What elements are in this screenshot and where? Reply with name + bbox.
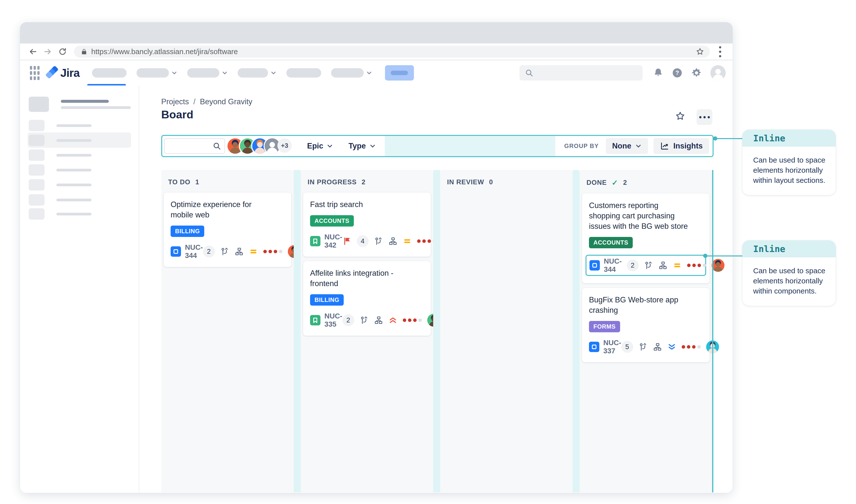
- card-label[interactable]: ACCOUNTS: [589, 237, 633, 248]
- insights-button[interactable]: Insights: [653, 138, 709, 154]
- board-search-input[interactable]: [164, 138, 225, 154]
- board-card[interactable]: Fast trip search ACCOUNTS NUC-342 4: [303, 193, 431, 257]
- favorite-star-icon[interactable]: [675, 111, 686, 122]
- inline-column-gap: [573, 170, 580, 492]
- inline-column-gap: [294, 170, 301, 492]
- group-by-dropdown[interactable]: None: [606, 138, 648, 154]
- epic-filter-dropdown[interactable]: Epic: [307, 142, 333, 150]
- card-label[interactable]: ACCOUNTS: [310, 215, 354, 227]
- notifications-bell-icon[interactable]: [653, 68, 663, 78]
- breadcrumb-project-name-link[interactable]: Beyond Gravity: [200, 97, 252, 106]
- inline-space-highlight: [385, 136, 556, 156]
- nav-item-3[interactable]: [187, 68, 228, 77]
- sidebar-item[interactable]: [29, 149, 91, 161]
- card-label[interactable]: BILLING: [310, 294, 344, 306]
- column-name: DONE: [587, 179, 607, 186]
- column-todo: TO DO 1 Optimize experience formobile we…: [161, 170, 294, 492]
- issue-key[interactable]: NUC-335: [325, 312, 343, 328]
- column-name: IN PROGRESS: [308, 178, 357, 186]
- forward-button[interactable]: [41, 45, 54, 58]
- board-main: Projects / Beyond Gravity Board +3: [139, 86, 733, 493]
- board-card[interactable]: Optimize experience formobile web BILLIN…: [164, 193, 291, 267]
- sidebar-item[interactable]: [29, 164, 91, 176]
- issue-key[interactable]: NUC-337: [603, 339, 621, 355]
- nav-item-2[interactable]: [137, 68, 177, 77]
- board-card[interactable]: Customers reportingshopping cart purchas…: [582, 194, 710, 283]
- card-title: Affelite links integration -frontend: [310, 268, 424, 289]
- settings-gear-icon[interactable]: [691, 68, 702, 78]
- task-type-icon: [590, 260, 600, 271]
- card-title: Optimize experience formobile web: [171, 199, 284, 220]
- card-assignee-avatar[interactable]: [712, 259, 724, 272]
- chevron-down-icon: [369, 143, 376, 149]
- navbar-search-input[interactable]: [520, 65, 643, 80]
- nav-item-1-active[interactable]: [92, 68, 127, 77]
- more-assignees-button[interactable]: +3: [277, 138, 292, 153]
- hierarchy-icon: [388, 237, 397, 246]
- user-avatar[interactable]: [710, 65, 726, 80]
- sidebar-icon-placeholder: [29, 120, 45, 131]
- issue-key[interactable]: NUC-344: [604, 257, 622, 273]
- nav-item-5[interactable]: [286, 68, 321, 77]
- column-header: DONE ✓ 2: [582, 178, 710, 194]
- reload-button[interactable]: [56, 45, 69, 58]
- hierarchy-icon: [659, 261, 667, 270]
- sidebar-item[interactable]: [29, 194, 91, 205]
- url-bar[interactable]: https://www.bancly.atlassian.net/jira/so…: [74, 46, 710, 57]
- board-more-button[interactable]: [697, 109, 712, 125]
- nav-item-6[interactable]: [331, 68, 372, 77]
- bookmark-star-icon[interactable]: [696, 47, 704, 56]
- breadcrumb-projects-link[interactable]: Projects: [161, 97, 189, 106]
- branch-icon: [644, 261, 653, 270]
- browser-window: Jira + https://www.bancly.atlassian.net/…: [20, 22, 733, 493]
- board-card[interactable]: BugFix BG Web-store appcrashing FORMS NU…: [582, 288, 710, 362]
- priority-medium-icon: [249, 247, 258, 256]
- column-name: IN REVIEW: [447, 178, 484, 186]
- leader-line: [716, 138, 742, 139]
- browser-tab-strip: Jira +: [20, 22, 733, 43]
- nav-item-4[interactable]: [238, 68, 276, 77]
- insights-chart-icon: [660, 141, 669, 151]
- card-label[interactable]: FORMS: [589, 321, 620, 332]
- column-in-progress: IN PROGRESS 2 Fast trip search ACCOUNTS …: [301, 170, 433, 492]
- create-button[interactable]: [385, 65, 414, 80]
- sidebar-icon-placeholder: [29, 208, 45, 220]
- sidebar-item-active[interactable]: [29, 134, 91, 146]
- column-in-review: IN REVIEW 0: [440, 170, 573, 492]
- issue-key[interactable]: NUC-344: [185, 244, 203, 260]
- card-title: Customers reportingshopping cart purchas…: [589, 200, 703, 232]
- inline-board-edge-line: [712, 170, 713, 492]
- browser-menu-button[interactable]: [714, 46, 726, 58]
- callout-body: Can be used to space elements horizontal…: [742, 257, 836, 306]
- branch-icon: [374, 237, 383, 246]
- story-type-icon: [310, 236, 320, 246]
- app-switcher-icon[interactable]: [30, 66, 39, 80]
- column-count: 1: [195, 178, 199, 186]
- skeleton-text: [56, 183, 91, 186]
- chevron-down-icon: [171, 70, 177, 76]
- sidebar-item[interactable]: [29, 208, 91, 220]
- url-text: https://www.bancly.atlassian.net/jira/so…: [91, 48, 692, 56]
- done-check-icon: ✓: [612, 178, 618, 187]
- board-card[interactable]: Affelite links integration -frontend BIL…: [303, 261, 431, 336]
- sidebar-item[interactable]: [29, 120, 91, 131]
- reload-icon: [58, 47, 67, 56]
- group-by-label: GROUP BY: [564, 143, 599, 149]
- card-label[interactable]: BILLING: [171, 226, 204, 237]
- type-filter-dropdown[interactable]: Type: [348, 142, 375, 150]
- link-count-badge: 2: [627, 259, 639, 271]
- sidebar-icon-placeholder: [29, 194, 45, 205]
- card-meta-row: NUC-335 2: [310, 312, 424, 328]
- sidebar: [20, 86, 139, 493]
- column-count: 2: [623, 179, 627, 186]
- issue-key[interactable]: NUC-342: [325, 233, 343, 249]
- forward-icon: [43, 47, 52, 56]
- project-avatar-placeholder: [29, 96, 49, 112]
- back-button[interactable]: [27, 45, 39, 58]
- help-icon[interactable]: ?: [672, 68, 683, 78]
- column-name: TO DO: [168, 178, 190, 186]
- sidebar-item[interactable]: [29, 179, 91, 191]
- sidebar-project-item[interactable]: [29, 96, 131, 112]
- column-done: DONE ✓ 2 Customers reportingshopping car…: [580, 170, 712, 492]
- skeleton-text: [56, 213, 91, 215]
